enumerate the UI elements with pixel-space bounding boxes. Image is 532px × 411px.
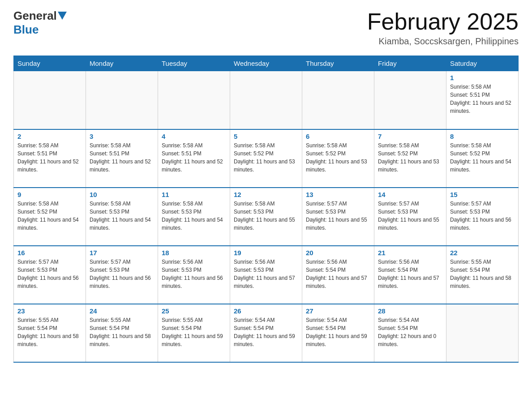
calendar-cell: 4Sunrise: 5:58 AMSunset: 5:51 PMDaylight… bbox=[158, 129, 230, 188]
day-info: Sunrise: 5:58 AMSunset: 5:51 PMDaylight:… bbox=[450, 83, 515, 115]
day-info: Sunrise: 5:56 AMSunset: 5:54 PMDaylight:… bbox=[306, 258, 370, 290]
weekday-header-tuesday: Tuesday bbox=[158, 56, 230, 71]
day-number: 26 bbox=[234, 307, 298, 315]
day-info: Sunrise: 5:58 AMSunset: 5:52 PMDaylight:… bbox=[306, 141, 370, 174]
calendar-cell: 3Sunrise: 5:58 AMSunset: 5:51 PMDaylight… bbox=[86, 129, 158, 188]
week-row-3: 9Sunrise: 5:58 AMSunset: 5:52 PMDaylight… bbox=[14, 188, 519, 246]
day-info: Sunrise: 5:58 AMSunset: 5:53 PMDaylight:… bbox=[234, 200, 298, 232]
day-info: Sunrise: 5:58 AMSunset: 5:52 PMDaylight:… bbox=[234, 141, 298, 174]
day-number: 15 bbox=[450, 191, 515, 198]
calendar-cell: 13Sunrise: 5:57 AMSunset: 5:53 PMDayligh… bbox=[302, 188, 374, 246]
logo-blue-text: Blue bbox=[13, 23, 39, 37]
day-number: 7 bbox=[378, 133, 442, 140]
week-row-5: 23Sunrise: 5:55 AMSunset: 5:54 PMDayligh… bbox=[14, 304, 519, 362]
weekday-header-saturday: Saturday bbox=[446, 56, 519, 71]
weekday-header-wednesday: Wednesday bbox=[230, 56, 302, 71]
title-area: February 2025 Kiamba, Soccsksargen, Phil… bbox=[367, 9, 519, 47]
calendar-cell bbox=[374, 71, 446, 129]
calendar-cell: 21Sunrise: 5:56 AMSunset: 5:54 PMDayligh… bbox=[374, 246, 446, 304]
day-info: Sunrise: 5:56 AMSunset: 5:53 PMDaylight:… bbox=[234, 258, 298, 290]
day-info: Sunrise: 5:57 AMSunset: 5:53 PMDaylight:… bbox=[378, 200, 442, 232]
calendar-cell bbox=[302, 71, 374, 129]
calendar-cell: 15Sunrise: 5:57 AMSunset: 5:53 PMDayligh… bbox=[446, 188, 519, 246]
day-info: Sunrise: 5:55 AMSunset: 5:54 PMDaylight:… bbox=[17, 316, 82, 348]
day-number: 12 bbox=[234, 191, 298, 198]
day-info: Sunrise: 5:58 AMSunset: 5:51 PMDaylight:… bbox=[90, 141, 154, 174]
calendar-cell: 23Sunrise: 5:55 AMSunset: 5:54 PMDayligh… bbox=[14, 304, 86, 362]
calendar-cell bbox=[446, 304, 519, 362]
weekday-header-thursday: Thursday bbox=[302, 56, 374, 71]
day-info: Sunrise: 5:58 AMSunset: 5:52 PMDaylight:… bbox=[17, 200, 82, 232]
day-info: Sunrise: 5:58 AMSunset: 5:51 PMDaylight:… bbox=[162, 141, 226, 174]
logo: General Blue bbox=[13, 9, 67, 37]
calendar-cell: 19Sunrise: 5:56 AMSunset: 5:53 PMDayligh… bbox=[230, 246, 302, 304]
calendar-cell: 5Sunrise: 5:58 AMSunset: 5:52 PMDaylight… bbox=[230, 129, 302, 188]
day-info: Sunrise: 5:54 AMSunset: 5:54 PMDaylight:… bbox=[306, 316, 370, 348]
day-number: 3 bbox=[90, 133, 154, 140]
calendar-cell: 9Sunrise: 5:58 AMSunset: 5:52 PMDaylight… bbox=[14, 188, 86, 246]
logo-triangle-icon bbox=[58, 12, 67, 20]
day-info: Sunrise: 5:58 AMSunset: 5:52 PMDaylight:… bbox=[378, 141, 442, 174]
day-info: Sunrise: 5:55 AMSunset: 5:54 PMDaylight:… bbox=[90, 316, 154, 348]
weekday-header-friday: Friday bbox=[374, 56, 446, 71]
day-number: 22 bbox=[450, 249, 515, 257]
month-title: February 2025 bbox=[367, 9, 519, 34]
calendar-cell: 12Sunrise: 5:58 AMSunset: 5:53 PMDayligh… bbox=[230, 188, 302, 246]
day-info: Sunrise: 5:55 AMSunset: 5:54 PMDaylight:… bbox=[162, 316, 226, 348]
day-info: Sunrise: 5:55 AMSunset: 5:54 PMDaylight:… bbox=[450, 258, 515, 290]
day-number: 2 bbox=[17, 133, 82, 140]
calendar-cell: 17Sunrise: 5:57 AMSunset: 5:53 PMDayligh… bbox=[86, 246, 158, 304]
calendar-cell bbox=[86, 71, 158, 129]
calendar-cell: 18Sunrise: 5:56 AMSunset: 5:53 PMDayligh… bbox=[158, 246, 230, 304]
calendar-cell: 25Sunrise: 5:55 AMSunset: 5:54 PMDayligh… bbox=[158, 304, 230, 362]
calendar-cell: 8Sunrise: 5:58 AMSunset: 5:52 PMDaylight… bbox=[446, 129, 519, 188]
calendar-cell bbox=[230, 71, 302, 129]
day-number: 18 bbox=[162, 249, 226, 257]
calendar-cell: 11Sunrise: 5:58 AMSunset: 5:53 PMDayligh… bbox=[158, 188, 230, 246]
location-title: Kiamba, Soccsksargen, Philippines bbox=[367, 36, 519, 47]
calendar-cell bbox=[158, 71, 230, 129]
calendar-cell: 6Sunrise: 5:58 AMSunset: 5:52 PMDaylight… bbox=[302, 129, 374, 188]
calendar-cell: 16Sunrise: 5:57 AMSunset: 5:53 PMDayligh… bbox=[14, 246, 86, 304]
day-info: Sunrise: 5:56 AMSunset: 5:53 PMDaylight:… bbox=[162, 258, 226, 290]
day-number: 4 bbox=[162, 133, 226, 140]
logo-blue-part bbox=[57, 12, 67, 21]
day-info: Sunrise: 5:54 AMSunset: 5:54 PMDaylight:… bbox=[234, 316, 298, 348]
logo-general-text: General bbox=[13, 9, 57, 23]
day-number: 10 bbox=[90, 191, 154, 198]
calendar-cell: 10Sunrise: 5:58 AMSunset: 5:53 PMDayligh… bbox=[86, 188, 158, 246]
calendar-table: SundayMondayTuesdayWednesdayThursdayFrid… bbox=[13, 56, 519, 363]
day-number: 11 bbox=[162, 191, 226, 198]
day-number: 14 bbox=[378, 191, 442, 198]
week-row-1: 1Sunrise: 5:58 AMSunset: 5:51 PMDaylight… bbox=[14, 71, 519, 129]
day-number: 9 bbox=[17, 191, 82, 198]
calendar-cell: 1Sunrise: 5:58 AMSunset: 5:51 PMDaylight… bbox=[446, 71, 519, 129]
day-info: Sunrise: 5:57 AMSunset: 5:53 PMDaylight:… bbox=[90, 258, 154, 290]
weekday-header-row: SundayMondayTuesdayWednesdayThursdayFrid… bbox=[14, 56, 519, 71]
week-row-2: 2Sunrise: 5:58 AMSunset: 5:51 PMDaylight… bbox=[14, 129, 519, 188]
calendar-cell: 7Sunrise: 5:58 AMSunset: 5:52 PMDaylight… bbox=[374, 129, 446, 188]
day-info: Sunrise: 5:58 AMSunset: 5:53 PMDaylight:… bbox=[162, 200, 226, 232]
day-info: Sunrise: 5:56 AMSunset: 5:54 PMDaylight:… bbox=[378, 258, 442, 290]
day-number: 19 bbox=[234, 249, 298, 257]
calendar-cell: 20Sunrise: 5:56 AMSunset: 5:54 PMDayligh… bbox=[302, 246, 374, 304]
calendar-cell: 24Sunrise: 5:55 AMSunset: 5:54 PMDayligh… bbox=[86, 304, 158, 362]
calendar-cell: 2Sunrise: 5:58 AMSunset: 5:51 PMDaylight… bbox=[14, 129, 86, 188]
day-number: 24 bbox=[90, 307, 154, 315]
day-info: Sunrise: 5:57 AMSunset: 5:53 PMDaylight:… bbox=[17, 258, 82, 290]
weekday-header-sunday: Sunday bbox=[14, 56, 86, 71]
day-number: 23 bbox=[17, 307, 82, 315]
day-number: 1 bbox=[450, 74, 515, 81]
week-row-4: 16Sunrise: 5:57 AMSunset: 5:53 PMDayligh… bbox=[14, 246, 519, 304]
calendar-cell: 27Sunrise: 5:54 AMSunset: 5:54 PMDayligh… bbox=[302, 304, 374, 362]
calendar-cell bbox=[14, 71, 86, 129]
day-info: Sunrise: 5:57 AMSunset: 5:53 PMDaylight:… bbox=[450, 200, 515, 232]
day-info: Sunrise: 5:58 AMSunset: 5:53 PMDaylight:… bbox=[90, 200, 154, 232]
calendar-cell: 22Sunrise: 5:55 AMSunset: 5:54 PMDayligh… bbox=[446, 246, 519, 304]
calendar-cell: 14Sunrise: 5:57 AMSunset: 5:53 PMDayligh… bbox=[374, 188, 446, 246]
calendar-cell: 28Sunrise: 5:54 AMSunset: 5:54 PMDayligh… bbox=[374, 304, 446, 362]
day-number: 17 bbox=[90, 249, 154, 257]
weekday-header-monday: Monday bbox=[86, 56, 158, 71]
day-info: Sunrise: 5:57 AMSunset: 5:53 PMDaylight:… bbox=[306, 200, 370, 232]
calendar-cell: 26Sunrise: 5:54 AMSunset: 5:54 PMDayligh… bbox=[230, 304, 302, 362]
